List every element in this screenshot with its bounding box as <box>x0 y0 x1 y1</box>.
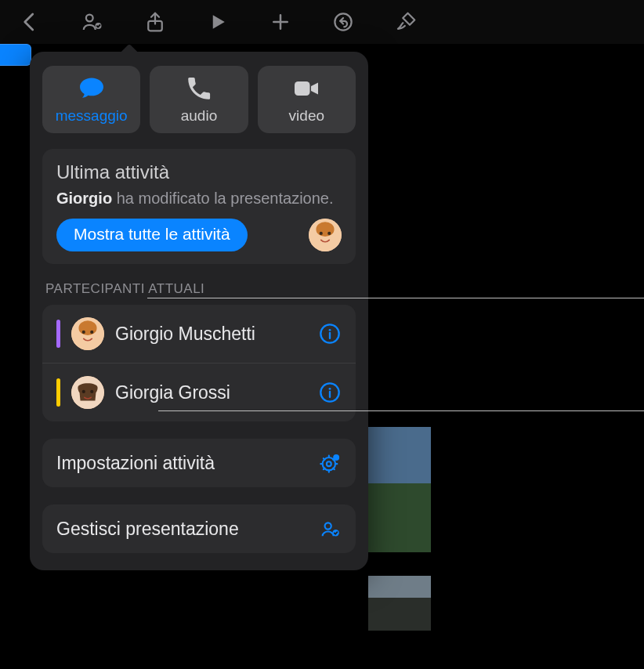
manage-presentation-label: Gestisci presentazione <box>56 518 307 541</box>
activity-settings-label: Impostazioni attività <box>56 453 307 474</box>
svg-point-8 <box>327 232 331 235</box>
message-icon <box>78 74 106 103</box>
phone-icon <box>185 74 213 103</box>
play-icon[interactable] <box>202 6 233 38</box>
latest-activity-card: Ultima attività Giorgio ha modificato la… <box>42 149 356 264</box>
avatar <box>71 376 104 409</box>
participant-accent <box>56 378 60 407</box>
collaborate-badge-icon <box>318 517 342 541</box>
toolbar <box>0 0 644 44</box>
callout-line <box>147 298 644 298</box>
collaborate-icon[interactable] <box>77 6 108 38</box>
share-icon[interactable] <box>139 6 171 38</box>
video-icon <box>292 74 320 103</box>
svg-point-21 <box>327 461 331 466</box>
participant-name: Giorgia Grossi <box>115 382 307 403</box>
participants-header: PARTECIPANTI ATTUALI <box>45 281 353 297</box>
popover-arrow <box>120 44 139 55</box>
participant-row[interactable]: Giorgia Grossi <box>42 363 356 421</box>
activity-avatar <box>309 219 342 251</box>
participant-row[interactable]: Giorgio Muschetti <box>42 305 356 363</box>
video-button[interactable]: video <box>258 66 356 133</box>
svg-point-0 <box>86 15 93 22</box>
participant-accent <box>56 320 60 348</box>
communication-row: messaggio audio video <box>42 66 356 133</box>
callout-line <box>158 410 644 411</box>
background-thumbnail <box>368 576 431 631</box>
info-icon[interactable] <box>318 322 342 345</box>
audio-label: audio <box>181 107 218 125</box>
latest-activity-title: Ultima attività <box>56 161 342 183</box>
activity-actor: Giorgio <box>56 190 112 207</box>
avatar <box>71 317 104 350</box>
selected-slide-tab[interactable] <box>0 44 31 66</box>
background-thumbnail <box>368 427 431 552</box>
info-icon[interactable] <box>318 381 342 404</box>
video-label: video <box>289 107 324 125</box>
svg-point-10 <box>78 320 96 335</box>
participants-list: Giorgio Muschetti Giorgia Grossi <box>42 305 356 421</box>
svg-point-3 <box>335 13 351 30</box>
add-icon[interactable] <box>265 6 296 38</box>
activity-settings-row[interactable]: Impostazioni attività <box>42 439 356 487</box>
format-brush-icon[interactable] <box>390 6 421 38</box>
svg-point-11 <box>82 331 85 334</box>
back-button[interactable] <box>14 6 45 38</box>
svg-point-23 <box>325 523 331 529</box>
message-button[interactable]: messaggio <box>42 66 140 133</box>
svg-point-16 <box>82 390 85 393</box>
svg-point-6 <box>316 222 334 237</box>
manage-presentation-row[interactable]: Gestisci presentazione <box>42 504 356 553</box>
audio-button[interactable]: audio <box>150 66 248 133</box>
svg-point-19 <box>329 388 331 390</box>
svg-point-7 <box>320 232 323 235</box>
undo-icon[interactable] <box>327 6 359 38</box>
latest-activity-line: Giorgio ha modificato la presentazione. <box>56 190 342 208</box>
svg-point-17 <box>90 390 93 393</box>
participant-name: Giorgio Muschetti <box>115 324 307 345</box>
svg-point-12 <box>90 331 93 334</box>
svg-point-14 <box>329 329 331 331</box>
activity-text: ha modificato la presentazione. <box>112 190 333 207</box>
collaboration-popover: messaggio audio video Ultima attività Gi… <box>30 52 368 570</box>
show-all-activity-button[interactable]: Mostra tutte le attività <box>56 219 248 251</box>
message-label: messaggio <box>56 107 128 125</box>
svg-rect-4 <box>295 81 310 96</box>
gear-badge-icon <box>318 451 342 475</box>
svg-point-22 <box>333 454 339 461</box>
